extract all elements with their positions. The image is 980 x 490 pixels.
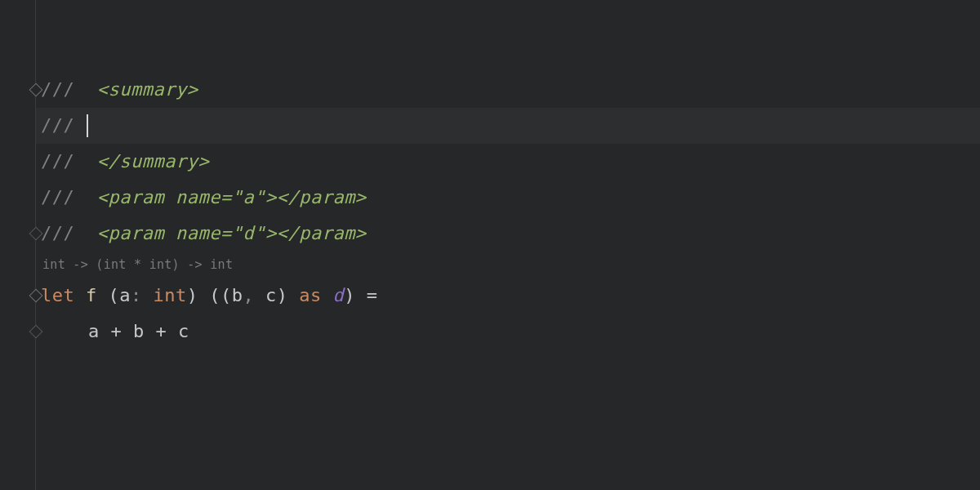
type-int: int: [154, 278, 187, 314]
doc-slash: ///: [41, 144, 97, 180]
code-line-current[interactable]: ///: [36, 108, 980, 144]
keyword-let: let: [41, 278, 74, 314]
code-editor[interactable]: /// <summary> /// /// </summary> /// <pa…: [0, 0, 980, 490]
ident-a: a: [88, 314, 100, 350]
paren-open: (: [220, 278, 232, 314]
doc-slash: ///: [41, 216, 97, 252]
doc-tag-param-close: </param>: [277, 216, 367, 252]
space: [322, 278, 333, 314]
hint-text: int -> (int * int) -> int: [42, 257, 233, 272]
op-plus: +: [145, 314, 178, 350]
doc-tag-summary-close: </summary>: [97, 144, 209, 180]
param-d: d: [333, 278, 345, 314]
gutter: [0, 0, 36, 490]
param-b: b: [232, 278, 243, 314]
doc-tag-param-open: <param name="d">: [97, 216, 277, 252]
equals: =: [367, 278, 378, 314]
code-line[interactable]: /// <param name="d"></param>: [36, 216, 980, 252]
param-a: a: [119, 278, 131, 314]
op-plus: +: [100, 314, 133, 350]
code-line[interactable]: /// <summary>: [36, 72, 980, 108]
text-cursor: [87, 114, 88, 137]
code-line[interactable]: /// <param name="a"></param>: [36, 180, 980, 216]
ident-b: b: [133, 314, 145, 350]
param-c: c: [265, 278, 277, 314]
doc-slash: ///: [41, 180, 97, 216]
paren-open: (: [109, 278, 120, 314]
doc-slash: ///: [41, 72, 97, 108]
comma: ,: [243, 278, 266, 314]
doc-tag-param-close: </param>: [277, 180, 367, 216]
doc-slash: ///: [41, 108, 86, 144]
code-line[interactable]: let f (a: int) ((b, c) as d) =: [36, 278, 980, 314]
ident-c: c: [178, 314, 189, 350]
paren-open: (: [209, 278, 220, 314]
code-line[interactable]: /// </summary>: [36, 144, 980, 180]
doc-tag-summary-open: <summary>: [97, 72, 198, 108]
paren-close: ): [344, 278, 367, 314]
colon: :: [131, 278, 154, 314]
doc-tag-param-open: <param name="a">: [97, 180, 277, 216]
keyword-as: as: [299, 278, 322, 314]
inline-type-hint: int -> (int * int) -> int: [36, 253, 980, 276]
paren-close: ): [277, 278, 300, 314]
paren-close: ): [187, 278, 210, 314]
code-line[interactable]: a + b + c: [36, 314, 980, 350]
code-area[interactable]: /// <summary> /// /// </summary> /// <pa…: [36, 0, 980, 490]
function-name: f: [74, 278, 108, 314]
